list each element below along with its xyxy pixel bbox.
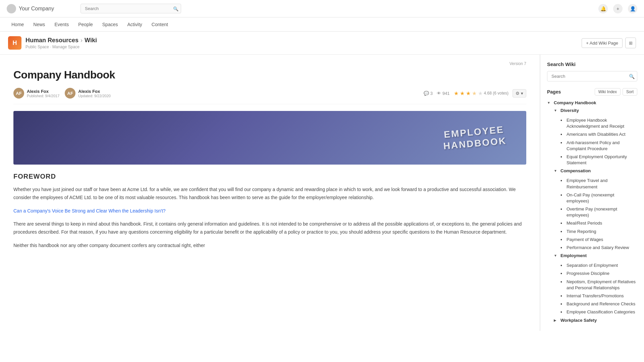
options-icon: ⊞ (629, 41, 633, 46)
space-header: H Human Resources › Wiki Public Space · … (0, 32, 644, 55)
nav-home[interactable]: Home (7, 17, 29, 32)
leaf-classification[interactable]: Employee Classification Categories (567, 309, 635, 315)
wiki-index-button[interactable]: Wiki Index (595, 88, 621, 96)
list-item: • Employee Travel and Reimbursement (560, 177, 637, 191)
global-search-input[interactable] (80, 4, 181, 13)
nav-people[interactable]: People (73, 17, 98, 32)
add-button[interactable]: + (613, 4, 623, 13)
leaf-transfers[interactable]: Internal Transfers/Promotions (567, 293, 624, 299)
notifications-button[interactable]: 🔔 (598, 4, 608, 13)
article-stats: 💬 3 👁 941 ★ ★ ★ ★ ★ (424, 89, 526, 98)
star3-icon: ★ (466, 90, 471, 97)
tree-parent-workplace-safety[interactable]: ▶ Workplace Safety (554, 316, 597, 324)
space-actions: + Add Wiki Page ⊞ (582, 38, 636, 48)
rating-text: 4.68 (6 votes) (484, 91, 508, 96)
comments-icon: 💬 (424, 91, 429, 96)
nav-spaces[interactable]: Spaces (98, 17, 123, 32)
tree-item-employment: ▼ Employment • Separation of Employment (554, 252, 637, 316)
tree-arrow-diversity: ▼ (554, 109, 558, 112)
foreword-text2: There are several things to keep in mind… (13, 220, 526, 236)
article-rating: ★ ★ ★ ★ ★ 4.68 (6 votes) (454, 90, 508, 97)
pages-label: Pages (547, 89, 561, 95)
leaf-paywages[interactable]: Payment of Wages (567, 237, 603, 243)
global-search: 🔍 (80, 4, 181, 13)
tree-children-diversity: • Employee Handbook Acknowledgment and R… (554, 116, 637, 167)
add-wiki-page-button[interactable]: + Add Wiki Page (582, 38, 623, 48)
tree-children-compensation: • Employee Travel and Reimbursement • On… (554, 177, 637, 252)
space-public-link[interactable]: Public Space (25, 45, 49, 49)
views-stat: 👁 941 (437, 91, 450, 96)
leaf-nepotism[interactable]: Nepotism, Employment of Relatives and Pe… (567, 279, 637, 291)
bullet-icon: • (560, 178, 565, 183)
bullet-icon: • (560, 132, 565, 137)
tree-arrow-company-handbook: ▼ (547, 101, 552, 105)
navbar: Home News Events People Spaces Activity … (0, 17, 644, 32)
bullet-icon: • (560, 279, 565, 285)
nav-content[interactable]: Content (147, 17, 173, 32)
bullet-icon: • (560, 237, 565, 242)
article-hero-image: EMPLOYEE HANDBOOK (13, 111, 526, 165)
leaf-ehar[interactable]: Employee Handbook Acknowledgment and Rec… (567, 117, 637, 129)
profile-button[interactable]: 👤 (628, 4, 637, 13)
author1-label: Published: 9/4/2017 (27, 94, 59, 98)
wiki-sidebar: Search Wiki 🔍 Pages Wiki Index Sort (540, 55, 644, 331)
sort-button[interactable]: Sort (623, 88, 637, 96)
manage-space-link[interactable]: Manage Space (52, 45, 79, 49)
nav-activity[interactable]: Activity (122, 17, 147, 32)
tree-label-workplace-safety: Workplace Safety (560, 318, 597, 323)
tree-parent-employment[interactable]: ▼ Employment (554, 252, 587, 259)
leaf-discipline[interactable]: Progressive Discipline (567, 270, 609, 277)
tree-item-workplace-safety: ▶ Workplace Safety (554, 316, 637, 324)
leaf-harassment[interactable]: Anti-harassment Policy and Complaint Pro… (567, 140, 637, 152)
space-area: H Human Resources › Wiki Public Space · … (0, 32, 644, 362)
tree-parent-compensation[interactable]: ▼ Compensation (554, 167, 591, 175)
inline-link[interactable]: Can a Company's Voice Be Strong and Clea… (13, 207, 526, 215)
list-item: • Performance and Salary Review (560, 244, 637, 252)
leaf-travel[interactable]: Employee Travel and Reimbursement (567, 178, 637, 190)
wiki-search-icon[interactable]: 🔍 (629, 74, 635, 79)
author1-name: Alexis Fox (27, 89, 59, 94)
content-row: Version 7 Company Handbook AF Alexis Fox… (0, 55, 644, 331)
version-tag: Version 7 (13, 61, 526, 66)
leaf-background[interactable]: Background and Reference Checks (567, 301, 635, 307)
tree-arrow-workplace-safety: ▶ (554, 318, 558, 322)
tree-label-compensation: Compensation (560, 168, 591, 173)
space-meta-sep: · (50, 45, 51, 49)
leaf-salaryreview[interactable]: Performance and Salary Review (567, 245, 629, 251)
main-wrapper: H Human Resources › Wiki Public Space · … (0, 32, 644, 362)
list-item: • Americans with Disabilities Act (560, 130, 637, 138)
nav-events[interactable]: Events (50, 17, 73, 32)
space-options-button[interactable]: ⊞ (625, 38, 636, 48)
author2-info: Alexis Fox Updated: 9/22/2020 (78, 89, 111, 98)
nav-news[interactable]: News (29, 17, 50, 32)
leaf-ada[interactable]: Americans with Disabilities Act (567, 131, 626, 137)
list-item: • Payment of Wages (560, 236, 637, 244)
wiki-search-input[interactable] (547, 71, 637, 81)
space-meta: Public Space · Manage Space (25, 45, 97, 49)
leaf-mealrest[interactable]: Meal/Rest Periods (567, 220, 602, 226)
foreword-text3: Neither this handbook nor any other comp… (13, 242, 526, 250)
list-item: • Nepotism, Employment of Relatives and … (560, 278, 637, 292)
wiki-search-label: Search Wiki (547, 61, 637, 67)
list-item: • Employee Handbook Acknowledgment and R… (560, 116, 637, 130)
list-item: • Internal Transfers/Promotions (560, 292, 637, 300)
pages-tree: ▼ Company Handbook ▼ Diversity (547, 99, 637, 324)
list-item: • Meal/Rest Periods (560, 219, 637, 227)
space-heading: Human Resources › Wiki (25, 37, 97, 44)
leaf-timereport[interactable]: Time Reporting (567, 229, 596, 235)
article-settings-button[interactable]: ⚙ ▾ (513, 89, 526, 98)
leaf-eeoc[interactable]: Equal Employment Opportunity Statement (567, 154, 637, 166)
leaf-overtime[interactable]: Overtime Pay (nonexempt employees) (567, 206, 637, 218)
list-item: • Separation of Employment (560, 261, 637, 269)
views-icon: 👁 (437, 91, 441, 96)
leaf-separation[interactable]: Separation of Employment (567, 262, 618, 268)
author2-label: Updated: 9/22/2020 (78, 94, 111, 98)
space-title-area: H Human Resources › Wiki Public Space · … (8, 36, 97, 50)
bullet-icon: • (560, 118, 565, 123)
leaf-oncall[interactable]: On-Call Pay (nonexempt employees) (567, 192, 637, 204)
tree-item-diversity: ▼ Diversity • Employee Handbook Acknowle… (554, 107, 637, 167)
hero-text-overlay: EMPLOYEE HANDBOOK (442, 124, 507, 152)
tree-parent-diversity[interactable]: ▼ Diversity (554, 107, 579, 114)
tree-parent-company-handbook[interactable]: ▼ Company Handbook (547, 99, 637, 107)
views-count: 941 (442, 91, 450, 96)
